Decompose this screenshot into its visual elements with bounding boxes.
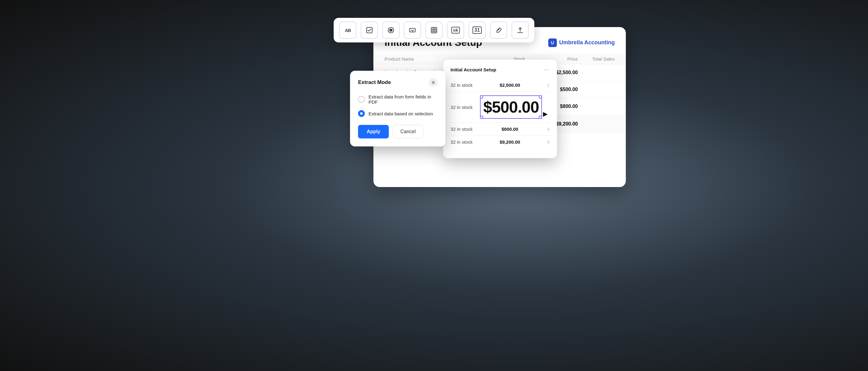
right-card-header: Initial Account Setup ⋯ — [451, 66, 550, 73]
extract-mode-dialog: Extract Mode ✕ Extract data from form fi… — [350, 71, 445, 146]
right-row4-num: 8 — [547, 140, 550, 144]
handle-br — [539, 116, 542, 119]
checkbox-tool-button[interactable] — [361, 22, 378, 39]
extract-selection-option[interactable]: Extract data based on selection — [358, 110, 437, 117]
handle-tl — [480, 95, 483, 98]
text-tool-button[interactable]: AB — [339, 22, 356, 39]
right-row1-stock: 32 in stock — [451, 82, 473, 88]
toolbar: AB ok 31 — [334, 18, 534, 42]
upload-tool-button[interactable] — [512, 22, 529, 39]
right-row-3: 32 in stock $800.00 4 — [451, 123, 550, 136]
sign-tool-button[interactable] — [490, 22, 507, 39]
number-tool-button[interactable]: 31 — [468, 22, 486, 39]
right-row4-price: $9,200.00 — [500, 139, 520, 144]
close-button[interactable]: ✕ — [429, 78, 437, 87]
right-panel-card: Initial Account Setup ⋯ 32 in stock $2,5… — [443, 60, 557, 158]
svg-point-2 — [390, 29, 392, 31]
right-row1-num: 2 — [547, 83, 550, 88]
right-row4-stock: 32 in stock — [451, 139, 473, 144]
dropdown-tool-button[interactable] — [404, 22, 421, 39]
right-row2-stock: 32 in stock — [451, 105, 473, 110]
right-row3-stock: 32 in stock — [451, 127, 473, 132]
apply-button[interactable]: Apply — [358, 125, 389, 138]
cursor-arrow-icon: ▶ — [543, 110, 548, 117]
right-row3-price: $800.00 — [501, 127, 518, 132]
brand-name: Umbrella Accounting — [559, 39, 615, 46]
radio-pdf-fields[interactable] — [358, 96, 365, 103]
right-row-4: 32 in stock $9,200.00 8 — [451, 136, 550, 148]
handle-bl — [480, 116, 483, 119]
extract-pdf-fields-option[interactable]: Extract data from form fields in PDF — [358, 94, 437, 105]
radio-tool-button[interactable] — [382, 22, 400, 39]
table-tool-button[interactable] — [425, 22, 443, 39]
col-header-totalsales: Total Sales — [578, 56, 615, 62]
brand: U Umbrella Accounting — [548, 38, 615, 47]
extract-pdf-fields-label: Extract data from form fields in PDF — [368, 94, 437, 105]
brand-icon: U — [548, 38, 557, 47]
modal-actions: Apply Cancel — [358, 125, 437, 138]
modal-title: Extract Mode — [358, 79, 391, 86]
more-options-icon[interactable]: ⋯ — [544, 66, 550, 73]
radio-selection[interactable] — [358, 110, 365, 117]
modal-header: Extract Mode ✕ — [358, 78, 437, 87]
extract-selection-label: Extract data based on selection — [368, 111, 433, 116]
right-row3-num: 4 — [547, 127, 550, 132]
right-row-1: 32 in stock $2,500.00 2 — [451, 79, 550, 92]
ok-tool-button[interactable]: ok — [447, 22, 464, 39]
right-row-2-highlighted: 32 in stock $500.00 ▶ — [451, 92, 550, 123]
right-card-title: Initial Account Setup — [451, 67, 496, 72]
cancel-button[interactable]: Cancel — [393, 125, 424, 138]
highlighted-price: $500.00 — [483, 98, 539, 116]
right-row1-price: $2,500.00 — [500, 82, 520, 88]
handle-tr — [539, 95, 542, 98]
svg-rect-4 — [431, 27, 437, 33]
selected-value-container: $500.00 ▶ — [483, 98, 539, 116]
